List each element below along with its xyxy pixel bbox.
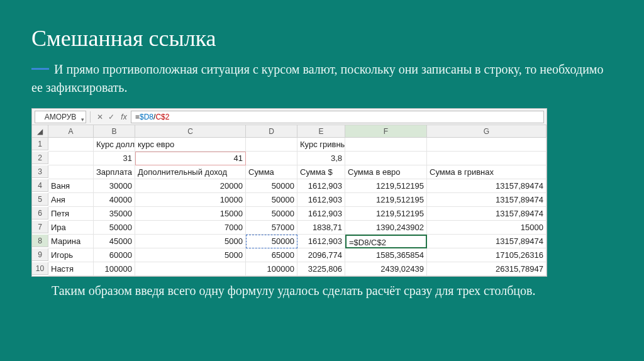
row-header-7[interactable]: 7 xyxy=(32,221,48,233)
cell-E2[interactable]: 3,8 xyxy=(297,152,345,165)
cell-D6[interactable]: 50000 xyxy=(246,207,297,221)
row-header-10[interactable]: 10 xyxy=(32,262,48,275)
cell-C4[interactable]: 20000 xyxy=(135,179,246,193)
col-header-B[interactable]: B xyxy=(94,125,135,138)
slide-subtitle: И прямо противоположная ситуация с курсо… xyxy=(31,62,604,94)
fx-icon[interactable]: fx xyxy=(117,113,131,121)
cell-D2[interactable] xyxy=(246,152,297,165)
formula-bar[interactable]: =$D8/C$2 xyxy=(131,111,544,123)
cell-A3[interactable] xyxy=(48,165,94,179)
slide-title: Смешанная ссылка xyxy=(31,25,613,52)
cell-F10[interactable]: 2439,02439 xyxy=(345,262,427,276)
cell-D5[interactable]: 50000 xyxy=(246,193,297,207)
cell-B2[interactable]: 31 xyxy=(94,152,135,165)
cell-A2[interactable] xyxy=(48,152,94,165)
formula-ref2: C$2 xyxy=(155,113,169,121)
cell-E1[interactable]: Курс гривны xyxy=(297,138,345,152)
cell-G3[interactable]: Сумма в гривнах xyxy=(427,165,547,179)
cell-F2[interactable] xyxy=(345,152,427,165)
cell-C8[interactable]: 5000 xyxy=(135,235,246,248)
col-header-D[interactable]: D xyxy=(246,125,297,138)
cell-D4[interactable]: 50000 xyxy=(246,179,297,193)
col-header-C[interactable]: C xyxy=(135,125,246,138)
cell-E3[interactable]: Сумма $ xyxy=(297,165,345,179)
cell-C1[interactable]: курс евро xyxy=(135,138,246,152)
cell-A6[interactable]: Петя xyxy=(48,207,94,221)
enter-icon[interactable]: ✓ xyxy=(106,113,117,121)
cell-E9[interactable]: 2096,774 xyxy=(297,248,345,262)
cell-C7[interactable]: 7000 xyxy=(135,221,246,235)
cell-B3[interactable]: Зарплата xyxy=(94,165,135,179)
row-header-1[interactable]: 1 xyxy=(32,138,48,150)
cell-A4[interactable]: Ваня xyxy=(48,179,94,193)
row-header-3[interactable]: 3 xyxy=(32,165,48,178)
cell-G6[interactable]: 13157,89474 xyxy=(427,207,547,221)
cell-D7[interactable]: 57000 xyxy=(246,221,297,235)
col-header-A[interactable]: A xyxy=(48,125,94,138)
cell-C6[interactable]: 15000 xyxy=(135,207,246,221)
cell-G9[interactable]: 17105,26316 xyxy=(427,248,547,262)
cell-A10[interactable]: Настя xyxy=(48,262,94,276)
cell-A8[interactable]: Марина xyxy=(48,235,94,248)
cell-C10[interactable] xyxy=(135,262,246,276)
cell-G4[interactable]: 13157,89474 xyxy=(427,179,547,193)
cell-D9[interactable]: 65000 xyxy=(246,248,297,262)
cell-C3[interactable]: Дополнительный доход xyxy=(135,165,246,179)
cell-G7[interactable]: 15000 xyxy=(427,221,547,235)
cell-F9[interactable]: 1585,365854 xyxy=(345,248,427,262)
col-header-E[interactable]: E xyxy=(297,125,345,138)
cell-E5[interactable]: 1612,903 xyxy=(297,193,345,207)
cell-B6[interactable]: 35000 xyxy=(94,207,135,221)
cell-F7[interactable]: 1390,243902 xyxy=(345,221,427,235)
cancel-icon[interactable]: ✕ xyxy=(94,113,106,121)
formula-ref1: $D8 xyxy=(140,113,153,121)
row-header-9[interactable]: 9 xyxy=(32,248,48,261)
cell-B7[interactable]: 50000 xyxy=(94,221,135,235)
cell-D1[interactable] xyxy=(246,138,297,152)
col-header-F[interactable]: F xyxy=(345,125,427,138)
cell-E8[interactable]: 1612,903 xyxy=(297,235,345,248)
cell-E6[interactable]: 1612,903 xyxy=(297,207,345,221)
spreadsheet-grid[interactable]: ◢ABCDEFG1Курс доллкурс евроКурс гривны23… xyxy=(32,125,547,276)
cell-B10[interactable]: 100000 xyxy=(94,262,135,276)
row-header-4[interactable]: 4 xyxy=(32,179,48,192)
cell-B1[interactable]: Курс долл xyxy=(94,138,135,152)
row-header-5[interactable]: 5 xyxy=(32,193,48,206)
cell-B4[interactable]: 30000 xyxy=(94,179,135,193)
cell-G5[interactable]: 13157,89474 xyxy=(427,193,547,207)
row-header-8[interactable]: 8 xyxy=(32,235,48,247)
cell-A5[interactable]: Аня xyxy=(48,193,94,207)
cell-G8[interactable]: 13157,89474 xyxy=(427,235,547,248)
cell-F4[interactable]: 1219,512195 xyxy=(345,179,427,193)
cell-G1[interactable] xyxy=(427,138,547,152)
cell-A7[interactable]: Ира xyxy=(48,221,94,235)
cell-E7[interactable]: 1838,71 xyxy=(297,221,345,235)
cell-A1[interactable] xyxy=(48,138,94,152)
name-box-dropdown-icon[interactable]: ▾ xyxy=(81,114,84,125)
cell-B5[interactable]: 40000 xyxy=(94,193,135,207)
cell-E10[interactable]: 3225,806 xyxy=(297,262,345,276)
cell-F1[interactable] xyxy=(345,138,427,152)
cell-F5[interactable]: 1219,512195 xyxy=(345,193,427,207)
cell-G2[interactable] xyxy=(427,152,547,165)
cell-C2[interactable]: 41 xyxy=(135,152,246,165)
cell-B9[interactable]: 60000 xyxy=(94,248,135,262)
col-header-G[interactable]: G xyxy=(427,125,547,138)
cell-D3[interactable]: Сумма xyxy=(246,165,297,179)
cell-F3[interactable]: Сумма в евро xyxy=(345,165,427,179)
cell-C5[interactable]: 10000 xyxy=(135,193,246,207)
slide: Смешанная ссылка И прямо противоположная… xyxy=(0,0,644,300)
cell-D10[interactable]: 100000 xyxy=(246,262,297,276)
cell-A9[interactable]: Игорь xyxy=(48,248,94,262)
cell-D8[interactable]: 50000 xyxy=(246,235,297,248)
row-header-2[interactable]: 2 xyxy=(32,152,48,164)
cell-G10[interactable]: 26315,78947 xyxy=(427,262,547,276)
cell-E4[interactable]: 1612,903 xyxy=(297,179,345,193)
cell-F8[interactable]: =$D8/C$2 xyxy=(345,235,427,248)
select-all-corner[interactable]: ◢ xyxy=(32,125,48,138)
cell-C9[interactable]: 5000 xyxy=(135,248,246,262)
cell-F6[interactable]: 1219,512195 xyxy=(345,207,427,221)
cell-B8[interactable]: 45000 xyxy=(94,235,135,248)
row-header-6[interactable]: 6 xyxy=(32,207,48,219)
name-box[interactable]: АМОРУВ ▾ xyxy=(35,111,86,123)
